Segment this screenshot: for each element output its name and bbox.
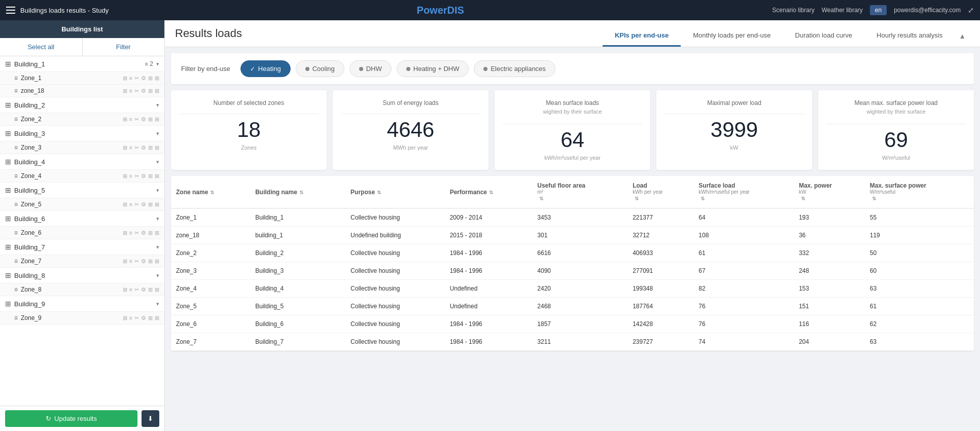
zone-action-5[interactable]: ⊞ xyxy=(148,230,153,236)
zone-row[interactable]: ≡ Zone_8 ⊞ ≡ ✂ ⚙ ⊞ ⊞ xyxy=(0,283,164,296)
zone-action-6[interactable]: ⊞ xyxy=(155,75,159,82)
zone-action-2[interactable]: ≡ xyxy=(129,145,132,151)
zone-action-4[interactable]: ⚙ xyxy=(141,315,146,321)
download-button[interactable]: ⬇ xyxy=(142,410,159,427)
zone-row[interactable]: ≡ Zone_1 ⊞ ≡ ✂ ⚙ ⊞ ⊞ xyxy=(0,72,164,85)
zone-action-6[interactable]: ⊞ xyxy=(155,286,159,293)
scenario-library-link[interactable]: Scenario library xyxy=(772,7,814,14)
zone-action-1[interactable]: ⊞ xyxy=(123,315,127,321)
tab-hourly[interactable]: Hourly results analysis xyxy=(864,25,955,47)
zone-action-4[interactable]: ⚙ xyxy=(141,173,146,179)
zone-action-3[interactable]: ✂ xyxy=(134,258,139,265)
filter-btn-electric[interactable]: Electric appliances xyxy=(474,60,555,77)
weather-library-link[interactable]: Weather library xyxy=(822,7,863,14)
update-results-button[interactable]: ↻ Update results xyxy=(5,410,137,427)
zone-action-4[interactable]: ⚙ xyxy=(141,75,146,82)
zone-row[interactable]: ≡ Zone_9 ⊞ ≡ ✂ ⚙ ⊞ ⊞ xyxy=(0,312,164,325)
zone-action-1[interactable]: ⊞ xyxy=(123,145,127,151)
tab-kpis[interactable]: KPIs per end-use xyxy=(603,25,681,47)
zone-action-3[interactable]: ✂ xyxy=(134,201,139,208)
zone-action-2[interactable]: ≡ xyxy=(129,201,132,208)
col-zone_name[interactable]: Zone name⇅ xyxy=(171,176,250,208)
chevron-down-icon[interactable]: ▾ xyxy=(156,102,159,109)
building-row[interactable]: ⊞ Building_5 ▾ xyxy=(0,183,164,198)
zone-action-3[interactable]: ✂ xyxy=(134,315,139,321)
zone-action-6[interactable]: ⊞ xyxy=(155,88,159,94)
zone-action-6[interactable]: ⊞ xyxy=(155,258,159,265)
select-all-button[interactable]: Select all xyxy=(0,38,83,56)
chevron-down-icon[interactable]: ▾ xyxy=(156,244,159,250)
table-row[interactable]: zone_18building_1Undefined building2015 … xyxy=(171,227,974,244)
zone-action-2[interactable]: ≡ xyxy=(129,286,132,293)
menu-icon[interactable] xyxy=(6,7,15,14)
zone-row[interactable]: ≡ Zone_4 ⊞ ≡ ✂ ⚙ ⊞ ⊞ xyxy=(0,170,164,183)
zone-action-2[interactable]: ≡ xyxy=(129,258,132,265)
col-max_power[interactable]: Max. powerkW⇅ xyxy=(794,176,865,208)
zone-action-4[interactable]: ⚙ xyxy=(141,258,146,265)
zone-row[interactable]: ≡ Zone_7 ⊞ ≡ ✂ ⚙ ⊞ ⊞ xyxy=(0,255,164,268)
building-row[interactable]: ⊞ Building_7 ▾ xyxy=(0,239,164,255)
zone-action-2[interactable]: ≡ xyxy=(129,116,132,123)
zone-action-5[interactable]: ⊞ xyxy=(148,201,153,208)
table-row[interactable]: Zone_7Building_7Collective housing1984 -… xyxy=(171,333,974,351)
table-row[interactable]: Zone_6Building_6Collective housing1984 -… xyxy=(171,315,974,333)
filter-button[interactable]: Filter xyxy=(83,38,165,56)
col-surface_load[interactable]: Surface loadkWh/m²useful per year⇅ xyxy=(693,176,794,208)
zone-action-6[interactable]: ⊞ xyxy=(155,230,159,236)
zone-action-3[interactable]: ✂ xyxy=(134,230,139,236)
zone-action-5[interactable]: ⊞ xyxy=(148,116,153,123)
zone-action-1[interactable]: ⊞ xyxy=(123,201,127,208)
expand-icon[interactable]: ⤢ xyxy=(968,6,974,14)
filter-btn-dhw[interactable]: DHW xyxy=(349,60,392,77)
col-max_surface_power[interactable]: Max. surface powerW/m²useful⇅ xyxy=(865,176,974,208)
chevron-down-icon[interactable]: ▾ xyxy=(156,301,159,307)
zone-action-1[interactable]: ⊞ xyxy=(123,88,127,94)
table-row[interactable]: Zone_3Building_3Collective housing1984 -… xyxy=(171,262,974,280)
zone-action-2[interactable]: ≡ xyxy=(129,315,132,321)
zone-action-3[interactable]: ✂ xyxy=(134,116,139,123)
zone-action-5[interactable]: ⊞ xyxy=(148,286,153,293)
building-row[interactable]: ⊞ Building_2 ▾ xyxy=(0,97,164,113)
zone-action-3[interactable]: ✂ xyxy=(134,88,139,94)
chevron-down-icon[interactable]: ▾ xyxy=(156,187,159,194)
tab-monthly[interactable]: Monthly loads per end-use xyxy=(681,25,783,47)
zone-action-4[interactable]: ⚙ xyxy=(141,116,146,123)
col-floor_area[interactable]: Useful floor aream²⇅ xyxy=(532,176,627,208)
zone-action-3[interactable]: ✂ xyxy=(134,145,139,151)
collapse-icon[interactable]: ▲ xyxy=(955,28,970,44)
zone-action-3[interactable]: ✂ xyxy=(134,286,139,293)
table-row[interactable]: Zone_5Building_5Collective housingUndefi… xyxy=(171,298,974,315)
zone-action-1[interactable]: ⊞ xyxy=(123,258,127,265)
building-row[interactable]: ⊞ Building_9 ▾ xyxy=(0,296,164,312)
chevron-down-icon[interactable]: ▾ xyxy=(156,216,159,222)
zone-action-6[interactable]: ⊞ xyxy=(155,315,159,321)
col-load[interactable]: LoadkWh per year⇅ xyxy=(627,176,693,208)
zone-row[interactable]: ≡ Zone_5 ⊞ ≡ ✂ ⚙ ⊞ ⊞ xyxy=(0,198,164,211)
chevron-down-icon[interactable]: ▾ xyxy=(156,61,159,67)
zone-action-4[interactable]: ⚙ xyxy=(141,88,146,94)
zone-row[interactable]: ≡ Zone_3 ⊞ ≡ ✂ ⚙ ⊞ ⊞ xyxy=(0,141,164,154)
zone-action-2[interactable]: ≡ xyxy=(129,173,132,179)
table-row[interactable]: Zone_2Building_2Collective housing1984 -… xyxy=(171,244,974,262)
zone-action-1[interactable]: ⊞ xyxy=(123,230,127,236)
zone-action-6[interactable]: ⊞ xyxy=(155,145,159,151)
zone-action-5[interactable]: ⊞ xyxy=(148,315,153,321)
tab-duration[interactable]: Duration load curve xyxy=(783,25,864,47)
chevron-down-icon[interactable]: ▾ xyxy=(156,159,159,165)
zone-action-5[interactable]: ⊞ xyxy=(148,75,153,82)
zone-action-2[interactable]: ≡ xyxy=(129,88,132,94)
building-row[interactable]: ⊞ Building_1 ≡ 2 ▾ xyxy=(0,56,164,72)
zone-row[interactable]: ≡ Zone_2 ⊞ ≡ ✂ ⚙ ⊞ ⊞ xyxy=(0,113,164,126)
chevron-down-icon[interactable]: ▾ xyxy=(156,272,159,279)
zone-action-5[interactable]: ⊞ xyxy=(148,88,153,94)
zone-row[interactable]: ≡ zone_18 ⊞ ≡ ✂ ⚙ ⊞ ⊞ xyxy=(0,85,164,97)
filter-btn-heating[interactable]: ✓ Heating xyxy=(240,60,291,77)
zone-action-5[interactable]: ⊞ xyxy=(148,145,153,151)
zone-action-1[interactable]: ⊞ xyxy=(123,173,127,179)
building-row[interactable]: ⊞ Building_4 ▾ xyxy=(0,154,164,170)
zone-action-6[interactable]: ⊞ xyxy=(155,173,159,179)
col-building_name[interactable]: Building name⇅ xyxy=(250,176,345,208)
col-performance[interactable]: Performance⇅ xyxy=(445,176,533,208)
zone-action-1[interactable]: ⊞ xyxy=(123,116,127,123)
zone-action-4[interactable]: ⚙ xyxy=(141,145,146,151)
